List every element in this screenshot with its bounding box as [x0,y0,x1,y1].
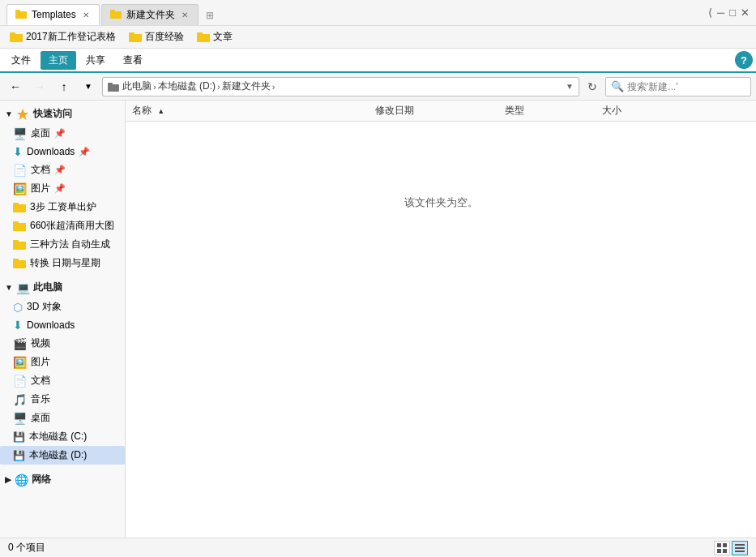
quick-item-1[interactable]: 百度经验 [124,28,189,45]
status-bar: 0 个项目 [0,538,756,557]
col-header-size[interactable]: 大小 [596,104,677,118]
help-icon[interactable]: ? [735,51,753,69]
sidebar-item-downloads-pc[interactable]: ⬇ Downloads [0,316,125,334]
nav-forward-button[interactable]: → [29,76,50,97]
window-close[interactable]: ✕ [741,6,750,19]
sidebar-item-folder1[interactable]: 660张超清商用大图 [0,216,125,235]
window-minimize[interactable]: ─ [717,6,724,19]
ribbon-home[interactable]: 主页 [41,51,76,70]
svg-rect-11 [108,83,113,86]
sidebar-item-music[interactable]: 🎵 音乐 [0,390,125,409]
item-count-label: 0 个项目 [8,541,45,555]
sidebar-item-docs-quick[interactable]: 📄 文档 📌 [0,161,125,179]
tab-new-folder-icon [110,9,122,21]
view-grid-button[interactable] [714,541,730,555]
ribbon: 文件 主页 共享 查看 ? [0,49,756,73]
empty-folder-message: 该文件夹为空。 [126,122,756,284]
sidebar-item-folder3[interactable]: 转换 日期与星期 [0,254,125,272]
svg-rect-20 [13,259,19,262]
pin-icon-pics: 📌 [54,183,66,194]
svg-rect-25 [735,544,745,546]
ribbon-file[interactable]: 文件 [3,51,39,70]
sidebar-downloads-label-pc: Downloads [27,319,75,331]
svg-rect-9 [197,32,203,36]
quick-label-2: 文章 [213,30,233,44]
refresh-button[interactable]: ↻ [583,77,602,96]
crumb-pc[interactable]: 此电脑 [122,79,152,93]
network-icon: 🌐 [15,473,28,486]
sidebar-item-desktop-pc[interactable]: 🖥️ 桌面 [0,409,125,427]
pin-icon-docs: 📌 [54,165,66,175]
svg-rect-23 [717,549,721,553]
sidebar-quick-access-header[interactable]: ▼ 快速访问 [0,104,125,124]
view-list-button[interactable] [732,541,748,555]
grid-icon [717,543,727,553]
folder-icon-sidebar0 [13,202,26,212]
svg-marker-12 [17,109,28,120]
sidebar-video-label: 视频 [31,336,50,350]
new-tab-button[interactable]: ⊞ [200,6,220,25]
nav-recent-button[interactable]: ▼ [78,76,99,97]
sidebar-item-disk-d[interactable]: 💾 本地磁盘 (D:) [0,446,125,465]
tab-new-folder-label: 新建文件夹 [126,8,175,22]
sidebar-item-pics-quick[interactable]: 🖼️ 图片 📌 [0,179,125,198]
crumb-folder[interactable]: 新建文件夹 [222,79,271,93]
nav-back-button[interactable]: ← [5,76,26,97]
tab-templates-close[interactable]: ✕ [81,11,91,19]
col-header-date[interactable]: 修改日期 [369,104,498,118]
sidebar-item-video[interactable]: 🎬 视频 [0,334,125,353]
title-bar: Templates ✕ 新建文件夹 ✕ ⊞ ⟨ ─ □ ✕ [0,0,756,26]
docs-icon-quick: 📄 [13,164,27,177]
sidebar-item-disk-c[interactable]: 💾 本地磁盘 (C:) [0,427,125,446]
sidebar-item-desktop[interactable]: 🖥️ 桌面 📌 [0,124,125,143]
svg-rect-22 [723,543,727,547]
disk-d-icon: 💾 [13,450,25,461]
forward-nav[interactable]: ⟨ [708,6,712,19]
thispc-chevron: ▼ [5,283,13,292]
address-box[interactable]: 此电脑 › 本地磁盘 (D:) › 新建文件夹 › ▼ [102,77,579,96]
sidebar-network-label: 网络 [32,473,51,486]
sidebar-folder3-label: 转换 日期与星期 [30,256,100,270]
sidebar-item-downloads-quick[interactable]: ⬇ Downloads 📌 [0,143,125,161]
sidebar-item-folder2[interactable]: 三种方法 自动生成 [0,235,125,254]
svg-rect-27 [735,551,745,552]
sidebar-folder1-label: 660张超清商用大图 [30,219,114,233]
sidebar-pics-label-quick: 图片 [31,182,50,195]
nav-up-button[interactable]: ↑ [53,76,75,97]
sidebar-downloads-label-quick: Downloads [27,146,75,157]
sidebar-thispc-header[interactable]: ▼ 💻 此电脑 [0,277,125,298]
col-header-type[interactable]: 类型 [498,104,596,118]
svg-rect-18 [13,240,19,243]
sidebar-disk-d-label: 本地磁盘 (D:) [29,448,87,462]
ribbon-view[interactable]: 查看 [115,51,151,70]
sidebar-item-pics-pc[interactable]: 🖼️ 图片 [0,353,125,371]
sidebar-quick-access-label: 快速访问 [16,107,72,121]
pics-icon-pc: 🖼️ [13,356,27,369]
sidebar-item-folder0[interactable]: 3步 工资单出炉 [0,198,125,216]
sidebar: ▼ 快速访问 🖥️ 桌面 📌 ⬇ Downloads 📌 📄 文档 📌 [0,101,126,538]
quick-label-0: 2017新工作登记表格 [26,30,116,44]
quick-item-2[interactable]: 文章 [192,28,237,45]
sidebar-item-docs-pc[interactable]: 📄 文档 [0,371,125,390]
sidebar-item-3d[interactable]: ⬡ 3D 对象 [0,298,125,316]
sidebar-docs-label-quick: 文档 [31,163,50,177]
crumb-disk[interactable]: 本地磁盘 (D:) [158,79,216,93]
desktop-icon: 🖥️ [13,127,27,140]
docs-icon-pc: 📄 [13,375,27,388]
search-input[interactable] [627,81,749,92]
col-header-name[interactable]: 名称 ▲ [126,104,369,118]
tab-templates[interactable]: Templates ✕ [6,4,100,25]
svg-rect-24 [723,549,727,553]
tab-new-folder[interactable]: 新建文件夹 ✕ [101,4,199,25]
sidebar-network-header[interactable]: ▶ 🌐 网络 [0,469,125,490]
sidebar-pics-label-pc: 图片 [31,355,50,369]
window-maximize[interactable]: □ [729,6,736,19]
tab-new-folder-close[interactable]: ✕ [180,11,190,19]
quick-label-1: 百度经验 [145,30,184,44]
ribbon-share[interactable]: 共享 [78,51,113,70]
quick-item-0[interactable]: 2017新工作登记表格 [5,28,121,45]
address-dropdown-icon[interactable]: ▼ [566,82,574,91]
search-box[interactable]: 🔍 [605,77,751,96]
main-area: ▼ 快速访问 🖥️ 桌面 📌 ⬇ Downloads 📌 📄 文档 📌 [0,101,756,538]
sidebar-disk-c-label: 本地磁盘 (C:) [29,430,87,443]
